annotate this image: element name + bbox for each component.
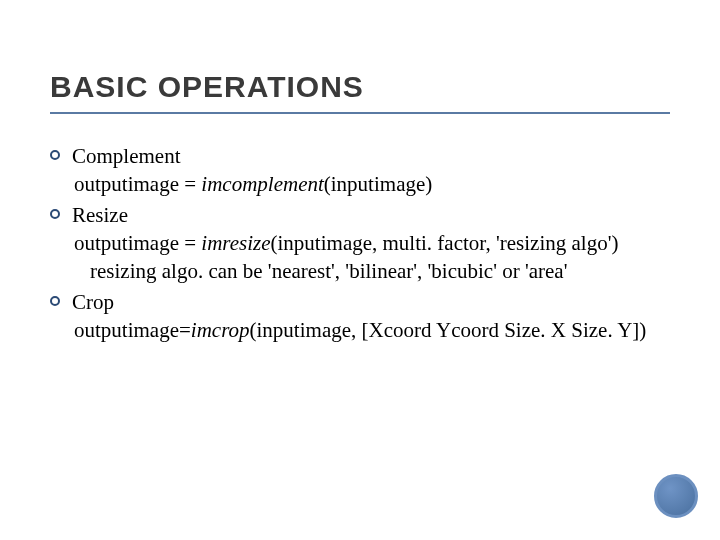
item-sub: outputimage = imresize(inputimage, multi…: [74, 229, 670, 257]
code-post: (inputimage, [Xcoord Ycoord Size. X Size…: [250, 318, 647, 342]
slide: BASIC OPERATIONS Complement outputimage …: [0, 0, 720, 540]
item-head: Resize: [72, 201, 670, 229]
code-post: (inputimage): [324, 172, 432, 196]
list-item: Crop outputimage=imcrop(inputimage, [Xco…: [50, 288, 670, 345]
item-head: Complement: [72, 142, 670, 170]
item-sub: outputimage=imcrop(inputimage, [Xcoord Y…: [74, 316, 670, 344]
code-post: (inputimage, multi. factor, 'resizing al…: [271, 231, 619, 255]
bullet-icon: [50, 209, 60, 219]
bullet-icon: [50, 296, 60, 306]
item-row: Complement: [50, 142, 670, 170]
code-pre: outputimage =: [74, 172, 201, 196]
code-pre: outputimage =: [74, 231, 201, 255]
item-sub: outputimage = imcomplement(inputimage): [74, 170, 670, 198]
item-row: Resize: [50, 201, 670, 229]
bullet-icon: [50, 150, 60, 160]
slide-content: Complement outputimage = imcomplement(in…: [50, 142, 670, 344]
slide-title: BASIC OPERATIONS: [50, 70, 670, 114]
corner-dot-icon: [654, 474, 698, 518]
item-row: Crop: [50, 288, 670, 316]
code-fn: imcomplement: [201, 172, 323, 196]
code-pre: outputimage=: [74, 318, 191, 342]
item-note: resizing algo. can be 'nearest', 'biline…: [90, 257, 670, 285]
list-item: Complement outputimage = imcomplement(in…: [50, 142, 670, 199]
item-head: Crop: [72, 288, 670, 316]
list-item: Resize outputimage = imresize(inputimage…: [50, 201, 670, 286]
code-fn: imcrop: [191, 318, 250, 342]
code-fn: imresize: [201, 231, 270, 255]
